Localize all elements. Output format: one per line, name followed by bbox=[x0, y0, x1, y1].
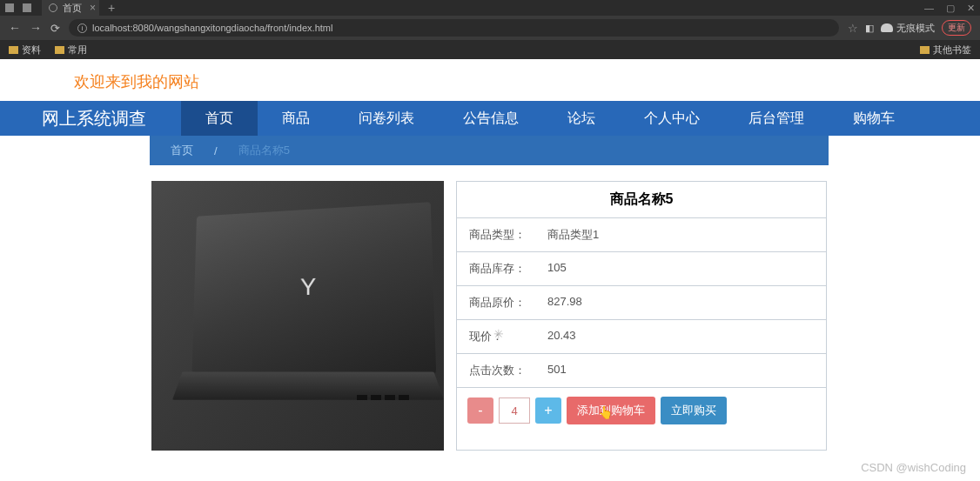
product-content: Y 商品名称5 商品类型： 商品类型1 商品库存： 105 商品原价： 827.… bbox=[0, 165, 980, 451]
minimize-icon[interactable]: — bbox=[924, 3, 934, 14]
detail-row-stock: 商品库存： 105 bbox=[457, 252, 826, 286]
nav-admin[interactable]: 后台管理 bbox=[724, 101, 829, 136]
url-input[interactable]: i localhost:8080/wangshangxitongdiaocha/… bbox=[69, 19, 839, 37]
close-icon[interactable]: × bbox=[90, 2, 96, 14]
laptop-ports bbox=[357, 395, 409, 400]
watermark: CSDN @wishCoding bbox=[861, 461, 966, 474]
bookmark-star-icon[interactable]: ☆ bbox=[848, 22, 858, 35]
value-price: 20.43 bbox=[547, 329, 814, 344]
qty-input[interactable] bbox=[499, 397, 530, 424]
incognito-label: 无痕模式 bbox=[896, 22, 935, 35]
tab-strip-icons bbox=[5, 3, 31, 12]
buy-now-button[interactable]: 立即购买 bbox=[661, 397, 727, 424]
close-window-icon[interactable]: ✕ bbox=[967, 3, 975, 14]
url-text: localhost:8080/wangshangxitongdiaocha/fr… bbox=[92, 23, 332, 33]
browser-tab[interactable]: 首页 × bbox=[42, 0, 99, 17]
incognito-icon bbox=[881, 23, 893, 32]
value-orig-price: 827.98 bbox=[547, 295, 814, 311]
product-image: Y bbox=[151, 181, 444, 451]
nav-personal[interactable]: 个人中心 bbox=[620, 101, 724, 136]
folder-icon bbox=[55, 46, 64, 54]
label-orig-price: 商品原价： bbox=[469, 295, 547, 311]
product-details-panel: 商品名称5 商品类型： 商品类型1 商品库存： 105 商品原价： 827.98… bbox=[456, 181, 827, 451]
tab-icon-1[interactable] bbox=[5, 3, 14, 12]
bookmark-item-1[interactable]: 资料 bbox=[9, 43, 41, 57]
tab-title: 首页 bbox=[63, 2, 82, 15]
laptop-lid: Y bbox=[192, 202, 437, 374]
bookmark-label: 常用 bbox=[68, 43, 87, 57]
site-info-icon[interactable]: i bbox=[77, 23, 87, 33]
laptop-logo-icon: Y bbox=[300, 273, 316, 301]
reload-icon[interactable]: ⟳ bbox=[50, 22, 60, 35]
forward-icon[interactable]: → bbox=[30, 21, 42, 35]
incognito-indicator: 无痕模式 bbox=[881, 22, 935, 35]
back-icon[interactable]: ← bbox=[9, 21, 21, 35]
extension-icon[interactable]: ◧ bbox=[865, 23, 874, 34]
folder-icon bbox=[9, 46, 18, 54]
globe-icon bbox=[49, 3, 57, 12]
site-brand: 网上系统调查 bbox=[42, 107, 181, 130]
nav-forum[interactable]: 论坛 bbox=[543, 101, 620, 136]
value-clicks: 501 bbox=[547, 363, 814, 378]
address-bar: ← → ⟳ i localhost:8080/wangshangxitongdi… bbox=[0, 16, 980, 40]
qty-minus-button[interactable]: - bbox=[467, 397, 493, 424]
breadcrumb-home[interactable]: 首页 bbox=[171, 143, 193, 158]
nav-notice[interactable]: 公告信息 bbox=[439, 101, 543, 136]
add-to-cart-button[interactable]: 添加到购物车 👆 bbox=[567, 397, 655, 424]
folder-icon bbox=[920, 46, 930, 54]
nav-goods[interactable]: 商品 bbox=[258, 101, 334, 136]
breadcrumb: 首页 / 商品名称5 bbox=[150, 136, 829, 165]
action-row: - + 添加到购物车 👆 立即购买 bbox=[457, 388, 826, 433]
maximize-icon[interactable]: ▢ bbox=[946, 3, 955, 14]
bookmark-label: 资料 bbox=[22, 43, 41, 57]
breadcrumb-sep: / bbox=[214, 144, 218, 157]
window-controls: — ▢ ✕ bbox=[924, 3, 975, 14]
main-nav: 网上系统调查 首页 商品 问卷列表 公告信息 论坛 个人中心 后台管理 购物车 bbox=[0, 101, 980, 136]
detail-row-orig-price: 商品原价： 827.98 bbox=[457, 286, 826, 320]
update-button[interactable]: 更新 bbox=[942, 20, 971, 36]
bookmark-item-2[interactable]: 常用 bbox=[55, 43, 87, 57]
detail-row-price: 现价： 20.43 bbox=[457, 320, 826, 354]
label-price: 现价： bbox=[469, 329, 547, 344]
nav-survey[interactable]: 问卷列表 bbox=[334, 101, 439, 136]
qty-plus-button[interactable]: + bbox=[535, 397, 561, 424]
bookmark-label: 其他书签 bbox=[933, 43, 971, 57]
browser-tab-strip: 首页 × + — ▢ ✕ bbox=[0, 0, 980, 16]
detail-row-clicks: 点击次数： 501 bbox=[457, 354, 826, 388]
tab-icon-2[interactable] bbox=[23, 3, 31, 12]
new-tab-button[interactable]: + bbox=[108, 1, 115, 15]
product-title: 商品名称5 bbox=[457, 182, 826, 218]
label-clicks: 点击次数： bbox=[469, 363, 547, 378]
cursor-icon: 👆 bbox=[598, 405, 613, 419]
other-bookmarks[interactable]: 其他书签 bbox=[920, 43, 971, 57]
label-stock: 商品库存： bbox=[469, 261, 547, 277]
breadcrumb-current: 商品名称5 bbox=[238, 143, 290, 158]
bookmarks-bar: 资料 常用 其他书签 bbox=[0, 40, 980, 59]
value-stock: 105 bbox=[547, 261, 814, 277]
label-type: 商品类型： bbox=[469, 227, 547, 243]
welcome-text: 欢迎来到我的网站 bbox=[0, 59, 980, 101]
nav-cart[interactable]: 购物车 bbox=[829, 101, 919, 136]
detail-row-type: 商品类型： 商品类型1 bbox=[457, 218, 826, 252]
nav-home[interactable]: 首页 bbox=[181, 101, 258, 136]
value-type: 商品类型1 bbox=[547, 227, 814, 243]
